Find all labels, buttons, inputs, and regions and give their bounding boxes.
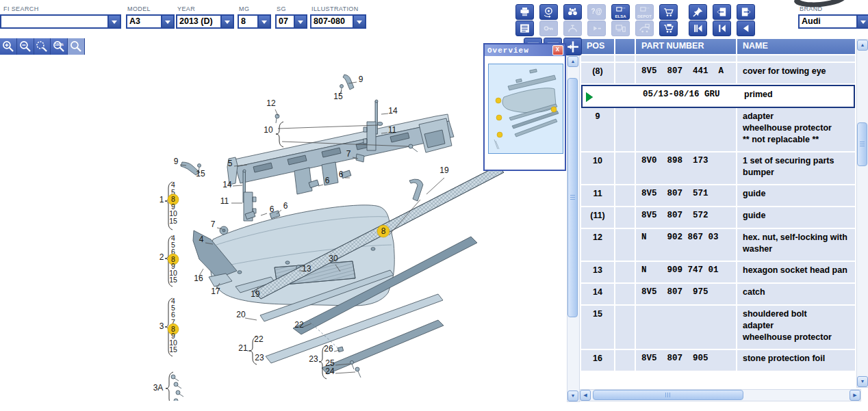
callout-22[interactable]: 22: [254, 334, 264, 344]
callout-9[interactable]: 9: [359, 75, 363, 84]
year-select[interactable]: 2013 (D): [176, 14, 234, 29]
callout-11[interactable]: 11: [388, 125, 397, 135]
nav-back-button[interactable]: [737, 21, 755, 36]
group-label-2[interactable]: 2: [159, 252, 164, 262]
scrollbar-thumb[interactable]: [567, 78, 578, 317]
cart-full-button[interactable]: [659, 21, 678, 36]
table-row-selected[interactable]: 05/13-08/16 GRUprimed: [581, 85, 855, 108]
callout-7[interactable]: 7: [346, 149, 351, 159]
chevron-down-icon[interactable]: [294, 16, 306, 27]
group-item-15[interactable]: 15: [169, 345, 177, 354]
callout-9[interactable]: 9: [174, 157, 179, 166]
table-row[interactable]: 118V5 807 571guide: [581, 185, 855, 207]
elsa-button[interactable]: ELSA: [611, 4, 630, 20]
table-row[interactable]: 108V0 898 1731 set of securing parts bum…: [581, 153, 855, 185]
table-scrollbar-vertical[interactable]: ▲ ▼: [856, 39, 868, 388]
table-row[interactable]: 148V5 807 975catch: [581, 284, 855, 306]
shopping-cart-button[interactable]: [659, 4, 678, 20]
year-value[interactable]: 2013 (D): [177, 16, 220, 27]
callout-6[interactable]: 6: [339, 170, 344, 179]
callout-4[interactable]: 4: [199, 235, 204, 244]
chevron-down-icon[interactable]: [161, 16, 173, 27]
callout-3A[interactable]: 3A: [153, 383, 164, 393]
chevron-down-icon[interactable]: [353, 16, 365, 27]
sg-value[interactable]: 07: [277, 16, 294, 27]
diagram-scrollbar-vertical[interactable]: ▲ ▼: [567, 55, 580, 402]
callout-5[interactable]: 5: [228, 159, 233, 168]
table-row[interactable]: 15shouldered bolt adapter wheelhouse pro…: [581, 306, 855, 350]
page-next-button[interactable]: [737, 4, 755, 20]
zoom-100-button[interactable]: 100%: [51, 38, 68, 55]
overview-thumbnail[interactable]: [488, 64, 563, 154]
callout-7[interactable]: 7: [211, 220, 216, 229]
scroll-up-button[interactable]: ▲: [857, 40, 868, 51]
callout-26[interactable]: 26: [324, 344, 333, 354]
callout-16[interactable]: 16: [194, 274, 203, 283]
callout-24[interactable]: 24: [325, 367, 335, 376]
chevron-down-icon[interactable]: [220, 16, 233, 27]
column-header-blank[interactable]: [615, 39, 636, 54]
brand-select[interactable]: Audi: [798, 14, 868, 29]
table-scrollbar-horizontal[interactable]: ◀ ▶: [579, 389, 861, 401]
nav-previous-button[interactable]: [713, 21, 731, 36]
brand-value[interactable]: Audi: [800, 16, 856, 27]
callout-19[interactable]: 19: [251, 289, 260, 299]
callout-10[interactable]: 10: [264, 125, 273, 135]
callout-20[interactable]: 20: [236, 310, 246, 319]
scroll-down-button[interactable]: ▼: [567, 390, 578, 401]
fi-search-value[interactable]: [1, 16, 107, 27]
scroll-left-button[interactable]: ◀: [580, 390, 591, 401]
table-row[interactable]: (11)8V5 807 572guide: [581, 207, 855, 229]
group-label-1[interactable]: 1: [159, 195, 164, 204]
callout-6[interactable]: 6: [325, 176, 330, 185]
illustration-value[interactable]: 807-080: [311, 16, 353, 27]
model-value[interactable]: A3: [127, 16, 161, 27]
mg-select[interactable]: 8: [238, 14, 271, 29]
fi-search-select[interactable]: [0, 14, 121, 29]
callout-19[interactable]: 19: [439, 165, 449, 175]
sg-select[interactable]: 07: [275, 14, 307, 29]
brake-service-button[interactable]: [539, 4, 558, 20]
print-button[interactable]: [515, 4, 534, 20]
table-row[interactable]: 9adapter wheelhouse protector ** not rep…: [581, 108, 855, 153]
callout-22[interactable]: 22: [294, 320, 304, 330]
callout-30[interactable]: 30: [329, 254, 338, 263]
scroll-up-button[interactable]: ▲: [567, 56, 578, 67]
scroll-down-button[interactable]: ▼: [857, 376, 868, 387]
callout-8[interactable]: 8: [381, 226, 386, 236]
scrollbar-thumb[interactable]: [857, 122, 867, 166]
callout-13[interactable]: 13: [302, 264, 311, 274]
column-header-part-number[interactable]: PART NUMBER: [636, 39, 737, 54]
illustration-select[interactable]: 807-080: [310, 14, 366, 29]
zoom-selection-button[interactable]: [34, 38, 51, 55]
group-item-15[interactable]: 15: [169, 217, 177, 225]
table-row[interactable]: (8)8V5 807 441 Acover for towing eye: [581, 63, 855, 85]
callout-14[interactable]: 14: [388, 106, 398, 116]
table-row[interactable]: 168V5 807 905stone protection foil: [581, 350, 855, 372]
search-binoculars-button[interactable]: [563, 4, 582, 20]
parts-list-button[interactable]: [515, 21, 534, 36]
callout-11[interactable]: 11: [220, 196, 229, 206]
callout-17[interactable]: 17: [211, 287, 220, 296]
zoom-out-button[interactable]: [17, 38, 34, 55]
callout-12[interactable]: 12: [266, 98, 276, 108]
callout-15[interactable]: 15: [333, 92, 343, 101]
group-item-15[interactable]: 15: [169, 276, 177, 284]
mg-value[interactable]: 8: [239, 16, 257, 27]
pin-button[interactable]: [689, 4, 707, 20]
zoom-in-button[interactable]: [0, 38, 17, 55]
chevron-down-icon[interactable]: [856, 16, 868, 27]
callout-23[interactable]: 23: [309, 354, 318, 364]
chevron-down-icon[interactable]: [257, 16, 270, 27]
scroll-right-button[interactable]: ▶: [850, 390, 860, 401]
callout-23[interactable]: 23: [255, 353, 264, 362]
column-header-pos[interactable]: POS: [581, 39, 615, 54]
callout-6[interactable]: 6: [283, 201, 288, 211]
column-header-name[interactable]: NAME: [737, 39, 855, 54]
page-previous-button[interactable]: [713, 4, 731, 20]
callout-21[interactable]: 21: [238, 343, 248, 353]
table-row[interactable]: 13N 909 747 01hexagon socket head pan: [581, 262, 855, 284]
nav-first-button[interactable]: [689, 21, 707, 36]
move-crosshair-button[interactable]: [563, 38, 582, 55]
callout-14[interactable]: 14: [222, 180, 232, 189]
